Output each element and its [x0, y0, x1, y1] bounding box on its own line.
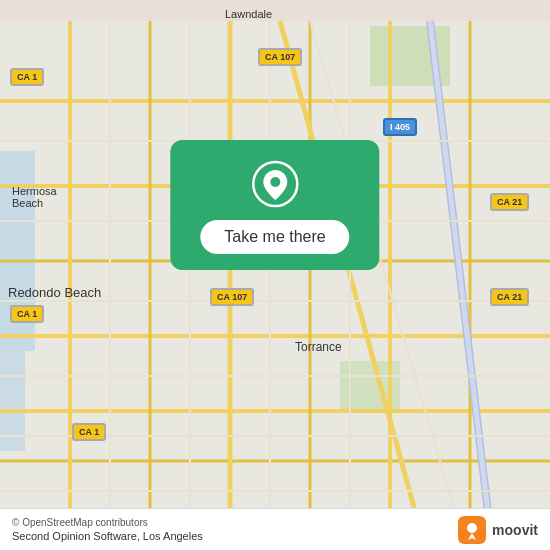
place-torrance: Torrance — [295, 340, 342, 354]
moovit-icon — [458, 516, 486, 544]
map-container: HermosaBeach Redondo Beach Torrance Lawn… — [0, 0, 550, 550]
map-background — [0, 0, 550, 550]
highway-ca107-mid: CA 107 — [210, 288, 254, 306]
highway-ca1-mid: CA 1 — [10, 305, 44, 323]
highway-ca107-top: CA 107 — [258, 48, 302, 66]
moovit-logo: moovit — [458, 516, 538, 544]
place-hermosa-beach: HermosaBeach — [12, 185, 57, 209]
highway-ca1-bot: CA 1 — [72, 423, 106, 441]
moovit-label: moovit — [492, 522, 538, 538]
bottom-bar: © OpenStreetMap contributors Second Opin… — [0, 508, 550, 550]
highway-ca1-top: CA 1 — [10, 68, 44, 86]
svg-rect-0 — [0, 21, 550, 529]
location-pin-icon — [251, 160, 299, 208]
place-lawndale: Lawndale — [225, 8, 272, 20]
svg-point-33 — [270, 177, 280, 187]
cta-card: Take me there — [170, 140, 379, 270]
svg-point-35 — [467, 523, 477, 533]
take-me-there-button[interactable]: Take me there — [200, 220, 349, 254]
highway-i405: I 405 — [383, 118, 417, 136]
company-attribution: Second Opinion Software, Los Angeles — [12, 530, 203, 542]
place-redondo-beach: Redondo Beach — [8, 285, 101, 300]
highway-ca21a: CA 21 — [490, 193, 529, 211]
osm-attribution: © OpenStreetMap contributors — [12, 517, 203, 528]
bottom-attribution-area: © OpenStreetMap contributors Second Opin… — [12, 517, 203, 542]
highway-ca21b: CA 21 — [490, 288, 529, 306]
